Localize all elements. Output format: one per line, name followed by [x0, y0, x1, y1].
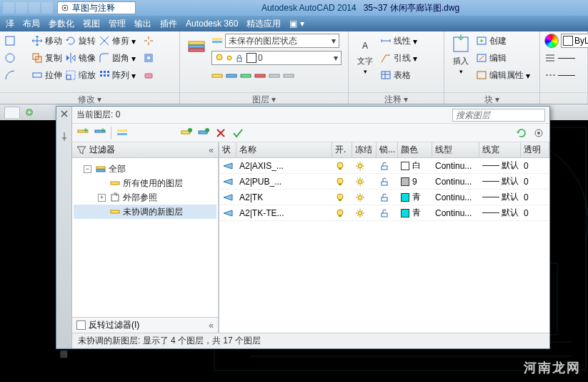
tree-node[interactable]: 所有使用的图层 [74, 176, 216, 190]
col-freeze[interactable]: 冻结 [352, 142, 377, 157]
layer-row[interactable]: A2|AXIS_...白Continu...—— 默认0 [219, 158, 549, 174]
move-button[interactable]: 移动 [31, 33, 62, 49]
mirror-button[interactable]: 镜像 [65, 50, 96, 66]
lock-icon[interactable] [379, 177, 389, 187]
layer-tool-icon[interactable] [269, 70, 280, 82]
leader-button[interactable]: 引线▾ [380, 50, 422, 66]
panel-label-layer[interactable]: 图层 ▾ [180, 92, 348, 104]
lock-icon[interactable] [379, 192, 389, 202]
tab-item[interactable]: 布局 [23, 18, 40, 30]
layer-states-icon[interactable] [116, 127, 129, 139]
table-button[interactable]: 表格 [380, 67, 422, 83]
tab-item[interactable]: 插件 [160, 18, 177, 30]
settings-icon[interactable] [532, 127, 545, 139]
new-filter-icon[interactable] [76, 127, 89, 139]
bulb-icon[interactable] [335, 161, 345, 171]
tab-item[interactable]: 精选应用 [246, 18, 281, 30]
col-lock[interactable]: 锁... [377, 142, 398, 157]
delete-layer-icon[interactable] [214, 127, 227, 139]
tree-node[interactable]: −全部 [74, 162, 216, 176]
layer-tool-icon[interactable] [283, 70, 294, 82]
document-tab[interactable] [4, 107, 20, 118]
bulb-icon[interactable] [335, 208, 345, 218]
layer-combo[interactable]: 0▾ [211, 51, 342, 65]
set-current-icon[interactable] [231, 127, 244, 139]
col-color[interactable]: 颜色 [398, 142, 432, 157]
btn-circle[interactable] [4, 50, 29, 66]
col-trans[interactable]: 透明 [521, 142, 549, 157]
pin-icon[interactable] [59, 131, 70, 142]
panel-label-block[interactable]: 块 ▾ [444, 92, 539, 104]
layer-tool-icon[interactable] [240, 70, 251, 82]
col-ltype[interactable]: 线型 [432, 142, 479, 157]
new-layer-frozen-icon[interactable] [197, 127, 210, 139]
lineweight-combo[interactable]: —— [544, 50, 588, 66]
layer-tool-icon[interactable] [211, 70, 223, 82]
tab-item[interactable]: 输出 [134, 18, 151, 30]
explode-icon[interactable] [143, 33, 156, 49]
stretch-button[interactable]: 拉伸 [31, 67, 62, 83]
close-icon[interactable] [59, 108, 70, 119]
col-lweight[interactable]: 线宽 [479, 142, 521, 157]
btn-arc[interactable] [4, 67, 29, 83]
sun-icon[interactable] [355, 208, 365, 218]
lock-icon[interactable] [379, 161, 389, 171]
lock-icon[interactable] [379, 208, 389, 218]
fillet-button[interactable]: 圆角▾ [99, 50, 140, 66]
text-button[interactable]: A 文字▾ [353, 33, 377, 77]
new-group-icon[interactable] [94, 127, 106, 139]
qat-redo-icon[interactable] [41, 2, 53, 14]
copy-button[interactable]: 复制 [31, 50, 62, 66]
array-button[interactable]: 阵列▾ [99, 67, 140, 83]
tab-item[interactable]: 管理 [109, 18, 126, 30]
panel-label-prop[interactable] [540, 92, 587, 104]
scale-button[interactable]: 缩放 [65, 67, 96, 83]
layer-row[interactable]: A2|PUB_...9Continu...—— 默认0 [219, 174, 549, 190]
layer-properties-button[interactable] [184, 33, 209, 56]
sun-icon[interactable] [355, 161, 365, 171]
trim-button[interactable]: 修剪▾ [99, 33, 140, 49]
layer-row[interactable]: A2|TK-TE...青Continu...—— 默认0 [219, 205, 549, 221]
tree-node[interactable]: +外部参照 [74, 190, 216, 205]
edit-button[interactable]: 编辑 [476, 50, 534, 66]
filter-tree[interactable]: −全部所有使用的图层+外部参照未协调的新图层 [72, 158, 218, 317]
qat-app-icon[interactable] [3, 2, 14, 14]
color-combo[interactable]: ByLay [561, 34, 588, 48]
layer-state-combo[interactable]: 未保存的图层状态▾ [225, 34, 339, 48]
bulb-icon[interactable] [335, 192, 345, 202]
tab-item[interactable]: 视图 [83, 18, 100, 30]
col-status[interactable]: 状 [219, 142, 236, 157]
tab-overflow-icon[interactable]: ▣ ▾ [289, 19, 304, 29]
tab-item[interactable]: 参数化 [49, 18, 74, 30]
linetype-combo[interactable]: —— [544, 67, 588, 83]
qat-undo-icon[interactable] [29, 2, 40, 14]
btn-polyline[interactable] [4, 33, 29, 49]
qat-save-icon[interactable] [16, 2, 27, 14]
invert-checkbox[interactable] [76, 320, 86, 330]
tab-add-icon[interactable] [24, 107, 34, 117]
editattr-button[interactable]: 编辑属性▾ [476, 67, 534, 83]
refresh-icon[interactable] [515, 127, 528, 139]
insert-button[interactable]: 插入▾ [449, 33, 473, 77]
tab-item[interactable]: Autodesk 360 [186, 19, 238, 29]
search-input[interactable] [452, 109, 545, 122]
tab-item[interactable]: 泽 [6, 18, 14, 30]
new-layer-icon[interactable] [180, 127, 193, 139]
panel-label-annot[interactable]: 注释 ▾ [349, 92, 444, 104]
workspace-combo[interactable]: 草图与注释 [57, 1, 136, 14]
col-on[interactable]: 开. [332, 142, 352, 157]
bulb-icon[interactable] [335, 177, 345, 187]
layer-tool-icon[interactable] [254, 70, 266, 82]
create-button[interactable]: 创建 [476, 33, 534, 49]
tree-node[interactable]: 未协调的新图层 [74, 205, 216, 219]
sun-icon[interactable] [355, 192, 365, 202]
sun-icon[interactable] [355, 177, 365, 187]
layer-row[interactable]: A2|TK青Continu...—— 默认0 [219, 190, 549, 205]
panel-label-modify[interactable]: 修改 ▾ [0, 92, 179, 104]
offset-icon[interactable] [143, 50, 156, 66]
layer-tool-icon[interactable] [226, 70, 237, 82]
rotate-button[interactable]: 旋转 [65, 33, 96, 49]
erase-icon[interactable] [143, 67, 156, 83]
col-name[interactable]: 名称 [236, 142, 332, 157]
linear-button[interactable]: 线性▾ [380, 33, 422, 49]
